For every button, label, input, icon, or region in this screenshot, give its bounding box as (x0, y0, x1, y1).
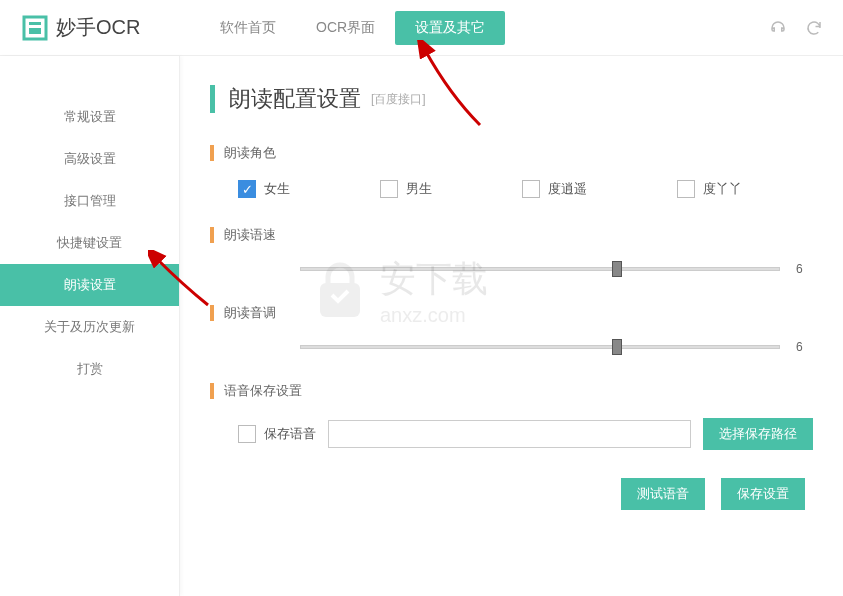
page-title: 朗读配置设置 (229, 84, 361, 114)
title-accent (210, 85, 215, 113)
header-right (769, 19, 823, 37)
accent-bar-icon (210, 145, 214, 161)
checkbox-icon: ✓ (238, 180, 256, 198)
checkbox-icon (238, 425, 256, 443)
page-title-row: 朗读配置设置 [百度接口] (210, 84, 813, 114)
checkbox-icon (522, 180, 540, 198)
speed-label: 朗读语速 (224, 226, 276, 244)
slider-thumb[interactable] (612, 339, 622, 355)
sidebar-item-general[interactable]: 常规设置 (0, 96, 179, 138)
save-audio-label: 保存语音 (264, 425, 316, 443)
svg-rect-1 (29, 22, 41, 25)
voice-option-label: 男生 (406, 180, 432, 198)
speed-slider[interactable] (300, 267, 780, 271)
sidebar-item-donate[interactable]: 打赏 (0, 348, 179, 390)
checkbox-icon (677, 180, 695, 198)
save-path-input[interactable] (328, 420, 691, 448)
voice-option-label: 度逍遥 (548, 180, 587, 198)
accent-bar-icon (210, 305, 214, 321)
voice-option-label: 度丫丫 (703, 180, 742, 198)
nav-settings[interactable]: 设置及其它 (395, 11, 505, 45)
test-voice-button[interactable]: 测试语音 (621, 478, 705, 510)
save-audio-check[interactable]: 保存语音 (238, 425, 316, 443)
choose-path-button[interactable]: 选择保存路径 (703, 418, 813, 450)
sidebar-item-tts[interactable]: 朗读设置 (0, 264, 179, 306)
save-section-label: 语音保存设置 (224, 382, 302, 400)
action-buttons: 测试语音 保存设置 (210, 478, 813, 510)
save-settings-button[interactable]: 保存设置 (721, 478, 805, 510)
sidebar-item-advanced[interactable]: 高级设置 (0, 138, 179, 180)
app-name: 妙手OCR (56, 14, 140, 41)
section-pitch: 朗读音调 6 (210, 304, 813, 354)
speed-value: 6 (796, 262, 803, 276)
refresh-icon[interactable] (805, 19, 823, 37)
slider-thumb[interactable] (612, 261, 622, 277)
voice-option-yaya[interactable]: 度丫丫 (677, 180, 742, 198)
svg-rect-2 (29, 28, 41, 34)
header: 妙手OCR 软件首页 OCR界面 设置及其它 (0, 0, 843, 56)
checkbox-icon (380, 180, 398, 198)
pitch-slider[interactable] (300, 345, 780, 349)
voice-option-xiaoyao[interactable]: 度逍遥 (522, 180, 587, 198)
sidebar-item-api[interactable]: 接口管理 (0, 180, 179, 222)
voice-label: 朗读角色 (224, 144, 276, 162)
nav-home[interactable]: 软件首页 (200, 11, 296, 45)
section-voice: 朗读角色 ✓ 女生 男生 度逍遥 度丫丫 (210, 144, 813, 198)
section-speed: 朗读语速 6 (210, 226, 813, 276)
pitch-value: 6 (796, 340, 803, 354)
accent-bar-icon (210, 227, 214, 243)
logo: 妙手OCR (20, 13, 180, 43)
content: 朗读配置设置 [百度接口] 朗读角色 ✓ 女生 男生 度逍遥 (180, 56, 843, 596)
voice-option-male[interactable]: 男生 (380, 180, 432, 198)
headphones-icon[interactable] (769, 19, 787, 37)
accent-bar-icon (210, 383, 214, 399)
sidebar-item-about[interactable]: 关于及历次更新 (0, 306, 179, 348)
pitch-label: 朗读音调 (224, 304, 276, 322)
voice-option-female[interactable]: ✓ 女生 (238, 180, 290, 198)
voice-option-label: 女生 (264, 180, 290, 198)
sidebar: 常规设置 高级设置 接口管理 快捷键设置 朗读设置 关于及历次更新 打赏 (0, 56, 180, 596)
nav: 软件首页 OCR界面 设置及其它 (200, 11, 505, 45)
section-save: 语音保存设置 保存语音 选择保存路径 (210, 382, 813, 450)
page-title-note: [百度接口] (371, 91, 426, 108)
app-logo-icon (20, 13, 50, 43)
nav-ocr[interactable]: OCR界面 (296, 11, 395, 45)
sidebar-item-hotkey[interactable]: 快捷键设置 (0, 222, 179, 264)
